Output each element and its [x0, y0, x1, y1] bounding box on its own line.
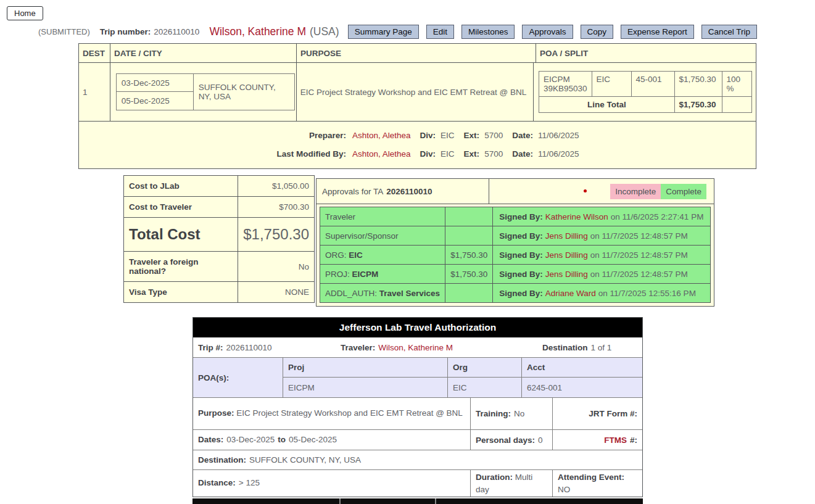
- legend-complete: Complete: [661, 184, 706, 199]
- form-trip-label: Trip #:: [198, 343, 223, 352]
- last-modified-date-label: Date:: [512, 149, 533, 159]
- approvals-title: Approvals for TA 2026110010: [316, 179, 489, 204]
- trip-number-value: 2026110010: [154, 27, 199, 36]
- approvals-body: Traveler Signed By:Katherine Wilsonon 11…: [316, 204, 714, 306]
- cancel-trip-button[interactable]: Cancel Trip: [701, 25, 757, 39]
- col-header-date-city: DATE / CITY: [110, 44, 297, 62]
- dest-number: 1: [79, 63, 110, 121]
- form-jrt-label: JRT Form #:: [553, 398, 642, 429]
- foreign-national-label: Traveler a foreign national?: [124, 252, 238, 282]
- dates-box: 03-Dec-2025 SUFFOLK COUNTY, NY, USA 05-D…: [116, 73, 295, 110]
- form-to-label: to: [278, 434, 286, 446]
- approval-amount: [445, 284, 493, 303]
- foreign-national-row: Traveler a foreign national? No: [124, 252, 315, 282]
- visa-type-row: Visa Type NONE: [124, 282, 315, 303]
- approval-label: PROJ:: [325, 270, 352, 279]
- form-poa-label: POA(s):: [193, 358, 283, 397]
- poa-split-cell: EICPM 39KB95030 EIC 45-001 $1,750.30 100…: [534, 63, 756, 121]
- signed-by-label: Signed By:: [499, 270, 543, 279]
- traveler-name: Wilson, Katherine M: [209, 25, 306, 38]
- form-purpose-text: EIC Project Strategy Workshop and EIC EM…: [236, 408, 463, 418]
- visa-type-label: Visa Type: [124, 282, 238, 303]
- total-cost-label: Total Cost: [124, 218, 238, 252]
- signer-name: Jens Dilling: [545, 231, 588, 241]
- approval-row-org: ORG: EIC $1,750.30 Signed By:Jens Dillin…: [320, 246, 711, 265]
- home-button[interactable]: Home: [7, 6, 43, 20]
- expense-report-button[interactable]: Expense Report: [621, 25, 694, 39]
- foreign-national-value: No: [238, 252, 315, 282]
- trip-number-label: Trip number:: [100, 27, 151, 36]
- approval-label: ORG:: [325, 250, 349, 260]
- form-distance-label: Distance:: [198, 477, 236, 489]
- cost-summary-table: Cost to JLab $1,050.00 Cost to Traveler …: [123, 175, 315, 303]
- form-purpose-row: Purpose: EIC Project Strategy Workshop a…: [193, 398, 642, 430]
- form-attending-value: NO: [558, 485, 570, 494]
- edit-button[interactable]: Edit: [426, 25, 454, 39]
- form-date-to: 05-Dec-2025: [289, 434, 337, 446]
- approval-amount: [445, 226, 493, 246]
- city: SUFFOLK COUNTY, NY, USA: [194, 74, 294, 110]
- form-training-value: No: [514, 409, 524, 418]
- form-poa-section: POA(s): Proj Org Acct EICPM EIC 6245-001: [193, 358, 642, 398]
- poa-split-box: EICPM 39KB95030 EIC 45-001 $1,750.30 100…: [539, 71, 752, 113]
- trip-header: (SUBMITTED) Trip number: 2026110010 Wils…: [38, 23, 757, 39]
- signed-by-label: Signed By:: [499, 250, 543, 260]
- form-attending-label: Attending Event:: [558, 473, 624, 482]
- preparer-label: Preparer:: [79, 131, 346, 140]
- line-total-empty: [722, 97, 751, 113]
- destination-row: 1 03-Dec-2025 SUFFOLK COUNTY, NY, USA 05…: [79, 63, 756, 121]
- cutoff-segment: [436, 498, 643, 504]
- approval-label-bold: EIC: [349, 250, 363, 260]
- travel-authorization-form: Jefferson Lab Travel Authorization Trip …: [192, 317, 643, 504]
- copy-button[interactable]: Copy: [581, 25, 614, 39]
- approvals-header: Approvals for TA 2026110010 Incomplete C…: [316, 179, 714, 204]
- form-dates-row: Dates:03-Dec-2025to05-Dec-2025 Personal …: [193, 430, 642, 450]
- form-trip-row: Trip #:2026110010 Traveler:Wilson, Kathe…: [193, 337, 642, 358]
- last-modified-name: Ashton, Alethea: [352, 149, 411, 159]
- approval-label: ADDL_AUTH:: [325, 289, 379, 298]
- form-distance-row: Distance:> 125 Duration: Multi day Atten…: [193, 470, 642, 497]
- form-date-from: 03-Dec-2025: [226, 434, 275, 446]
- last-modified-date: 11/06/2025: [538, 149, 579, 159]
- total-cost-value: $1,750.30: [238, 218, 315, 252]
- form-personal-days: 0: [538, 436, 543, 445]
- approval-row-addl-auth: ADDL_AUTH: Travel Services Signed By:Adr…: [320, 284, 711, 303]
- cost-jlab-row: Cost to JLab $1,050.00: [124, 176, 315, 197]
- preparer-date-label: Date:: [512, 131, 533, 140]
- approval-amount: $1,750.30: [445, 246, 493, 265]
- last-modified-div: EIC: [441, 149, 455, 159]
- approvals-button[interactable]: Approvals: [522, 25, 573, 39]
- poa-org: EIC: [592, 72, 631, 97]
- line-total-label: Line Total: [539, 97, 675, 113]
- preparer-line: Preparer: Ashton, Alethea Div: EIC Ext: …: [79, 126, 756, 144]
- approval-label: Supervisor/Sponsor: [325, 231, 399, 241]
- signed-datetime: on 11/7/2025 12:55:16 PM: [598, 289, 696, 298]
- preparer-name: Ashton, Alethea: [352, 131, 411, 140]
- cost-traveler-label: Cost to Traveler: [124, 197, 238, 218]
- preparer-date: 11/06/2025: [538, 131, 579, 140]
- poa-acct: 45-001: [631, 72, 674, 97]
- form-dates-label: Dates:: [198, 434, 223, 446]
- form-traveler-name: Wilson, Katherine M: [378, 343, 453, 352]
- cutoff-segment: [192, 498, 339, 504]
- form-distance-value: > 125: [239, 477, 260, 489]
- traveler-nationality: (USA): [310, 25, 339, 38]
- form-purpose-label: Purpose:: [198, 408, 234, 418]
- approval-label-bold: Travel Services: [379, 289, 440, 298]
- milestones-button[interactable]: Milestones: [461, 25, 515, 39]
- signer-name: Jens Dilling: [545, 270, 588, 279]
- purpose-text: EIC Project Strategy Workshop and EIC EM…: [297, 63, 534, 121]
- approval-label: Traveler: [325, 212, 355, 221]
- signed-datetime: on 11/6/2025 2:27:41 PM: [611, 212, 704, 221]
- visa-type-value: NONE: [238, 282, 315, 303]
- preparer-ext-label: Ext:: [464, 131, 480, 140]
- cost-jlab-value: $1,050.00: [238, 176, 315, 197]
- approvals-table: Approvals for TA 2026110010 Incomplete C…: [316, 178, 714, 307]
- poa-percent: 100 %: [722, 72, 751, 97]
- poa-amount: $1,750.30: [674, 72, 722, 97]
- signer-name: Katherine Wilson: [545, 212, 608, 221]
- summary-page-button[interactable]: Summary Page: [348, 25, 419, 39]
- trip-status: (SUBMITTED): [38, 27, 90, 36]
- date-from: 03-Dec-2025: [117, 74, 194, 92]
- poa-proj: EICPM 39KB95030: [539, 72, 592, 97]
